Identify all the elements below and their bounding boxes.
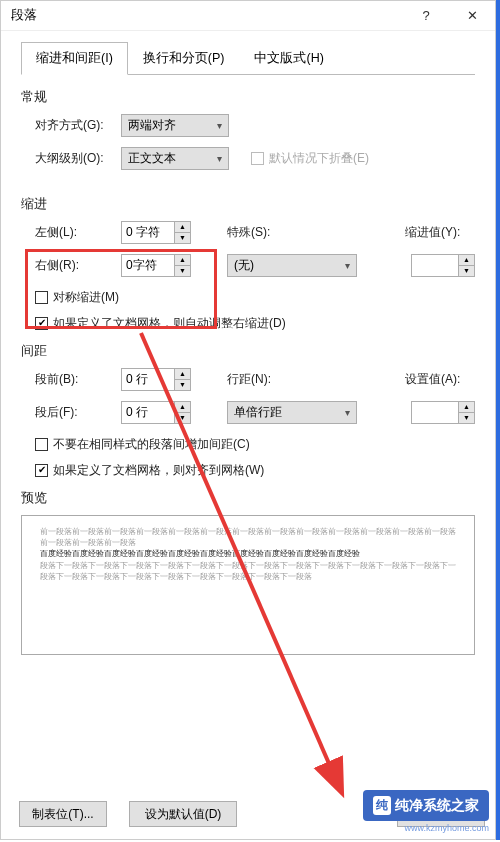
spin-up-icon[interactable]: ▲ bbox=[459, 255, 474, 266]
section-spacing: 间距 bbox=[21, 343, 475, 360]
auto-adjust-right-indent-label: 如果定义了文档网格，则自动调整右缩进(D) bbox=[53, 315, 286, 332]
spin-down-icon[interactable]: ▼ bbox=[175, 380, 190, 390]
watermark-text: 纯净系统之家 bbox=[395, 797, 479, 815]
line-spacing-value: 单倍行距 bbox=[234, 404, 282, 421]
spin-up-icon[interactable]: ▲ bbox=[175, 255, 190, 266]
screenshot-border bbox=[496, 0, 500, 840]
spin-down-icon[interactable]: ▼ bbox=[175, 233, 190, 243]
spin-down-icon[interactable]: ▼ bbox=[175, 266, 190, 276]
set-default-button[interactable]: 设为默认值(D) bbox=[129, 801, 237, 827]
outline-level-select[interactable]: 正文文本 ▾ bbox=[121, 147, 229, 170]
special-indent-label: 特殊(S): bbox=[227, 224, 307, 241]
spin-up-icon[interactable]: ▲ bbox=[175, 369, 190, 380]
indent-left-spinner[interactable]: ▲▼ bbox=[121, 221, 191, 244]
chevron-down-icon: ▾ bbox=[345, 407, 350, 418]
tab-indent-spacing[interactable]: 缩进和间距(I) bbox=[21, 42, 128, 75]
section-indent: 缩进 bbox=[21, 196, 475, 213]
tab-bar: 缩进和间距(I) 换行和分页(P) 中文版式(H) bbox=[21, 41, 475, 75]
auto-adjust-right-indent-checkbox[interactable] bbox=[35, 317, 48, 330]
watermark-logo: 纯 纯净系统之家 bbox=[363, 790, 489, 821]
alignment-value: 两端对齐 bbox=[128, 117, 176, 134]
indent-by-input[interactable] bbox=[412, 255, 458, 276]
mirror-indent-label: 对称缩进(M) bbox=[53, 289, 119, 306]
no-space-same-style-label: 不要在相同样式的段落间增加间距(C) bbox=[53, 436, 250, 453]
preview-box: 前一段落前一段落前一段落前一段落前一段落前一段落前一段落前一段落前一段落前一段落… bbox=[21, 515, 475, 655]
line-spacing-label: 行距(N): bbox=[227, 371, 307, 388]
outline-level-value: 正文文本 bbox=[128, 150, 176, 167]
mirror-indent-checkbox[interactable] bbox=[35, 291, 48, 304]
indent-by-spinner[interactable]: ▲▼ bbox=[411, 254, 475, 277]
spin-down-icon[interactable]: ▼ bbox=[175, 413, 190, 423]
indent-left-input[interactable] bbox=[122, 222, 174, 243]
indent-by-label: 缩进值(Y): bbox=[405, 224, 475, 241]
alignment-label: 对齐方式(G): bbox=[35, 117, 115, 134]
dialog-title: 段落 bbox=[1, 7, 403, 24]
special-indent-value: (无) bbox=[234, 257, 254, 274]
collapse-default-checkbox bbox=[251, 152, 264, 165]
space-before-label: 段前(B): bbox=[35, 371, 115, 388]
titlebar: 段落 ? ✕ bbox=[1, 1, 495, 31]
spin-up-icon[interactable]: ▲ bbox=[175, 222, 190, 233]
spacing-at-spinner[interactable]: ▲▼ bbox=[411, 401, 475, 424]
tab-line-page-breaks[interactable]: 换行和分页(P) bbox=[128, 42, 240, 75]
tab-asian-typography[interactable]: 中文版式(H) bbox=[239, 42, 338, 75]
space-before-input[interactable] bbox=[122, 369, 174, 390]
spin-down-icon[interactable]: ▼ bbox=[459, 266, 474, 276]
indent-left-label: 左侧(L): bbox=[35, 224, 115, 241]
space-after-input[interactable] bbox=[122, 402, 174, 423]
indent-right-label: 右侧(R): bbox=[35, 257, 115, 274]
special-indent-select[interactable]: (无) ▾ bbox=[227, 254, 357, 277]
spacing-at-input[interactable] bbox=[412, 402, 458, 423]
snap-to-grid-label: 如果定义了文档网格，则对齐到网格(W) bbox=[53, 462, 264, 479]
space-after-spinner[interactable]: ▲▼ bbox=[121, 401, 191, 424]
spacing-at-label: 设置值(A): bbox=[405, 371, 475, 388]
outline-level-label: 大纲级别(O): bbox=[35, 150, 115, 167]
section-general: 常规 bbox=[21, 89, 475, 106]
space-after-label: 段后(F): bbox=[35, 404, 115, 421]
preview-grey-after: 段落下一段落下一段落下一段落下一段落下一段落下一段落下一段落下一段落下一段落下一… bbox=[40, 560, 456, 582]
preview-grey-before: 前一段落前一段落前一段落前一段落前一段落前一段落前一段落前一段落前一段落前一段落… bbox=[40, 526, 456, 548]
preview-sample-text: 百度经验百度经验百度经验百度经验百度经验百度经验百度经验百度经验百度经验百度经验 bbox=[40, 548, 456, 559]
help-button[interactable]: ? bbox=[403, 1, 449, 31]
no-space-same-style-checkbox[interactable] bbox=[35, 438, 48, 451]
section-preview: 预览 bbox=[21, 490, 475, 507]
collapse-default-label: 默认情况下折叠(E) bbox=[269, 150, 369, 167]
chevron-down-icon: ▾ bbox=[217, 120, 222, 131]
tabs-button[interactable]: 制表位(T)... bbox=[19, 801, 107, 827]
alignment-select[interactable]: 两端对齐 ▾ bbox=[121, 114, 229, 137]
chevron-down-icon: ▾ bbox=[217, 153, 222, 164]
indent-right-input[interactable] bbox=[122, 255, 174, 276]
chevron-down-icon: ▾ bbox=[345, 260, 350, 271]
line-spacing-select[interactable]: 单倍行距 ▾ bbox=[227, 401, 357, 424]
indent-right-spinner[interactable]: ▲▼ bbox=[121, 254, 191, 277]
close-button[interactable]: ✕ bbox=[449, 1, 495, 31]
snap-to-grid-checkbox[interactable] bbox=[35, 464, 48, 477]
spin-up-icon[interactable]: ▲ bbox=[459, 402, 474, 413]
spin-up-icon[interactable]: ▲ bbox=[175, 402, 190, 413]
watermark-url: www.kzmyhome.com bbox=[404, 823, 489, 833]
space-before-spinner[interactable]: ▲▼ bbox=[121, 368, 191, 391]
spin-down-icon[interactable]: ▼ bbox=[459, 413, 474, 423]
